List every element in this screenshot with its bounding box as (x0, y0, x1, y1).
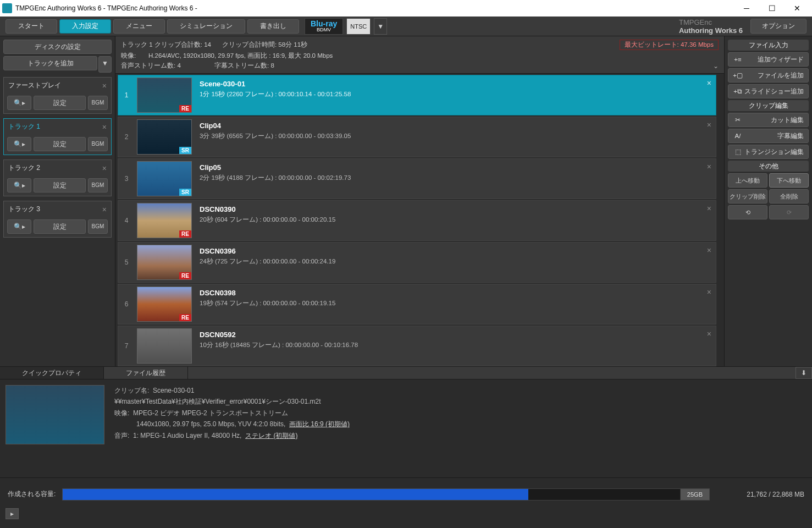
track-settings-button[interactable]: 設定 (34, 137, 86, 151)
track-settings-button[interactable]: 設定 (34, 219, 86, 234)
firstplay-label: ファーストプレイ (8, 81, 61, 90)
start-button[interactable]: スタート (5, 19, 57, 34)
input-settings-button[interactable]: 入力設定 (59, 19, 111, 34)
search-icon[interactable]: 🔍▸ (7, 137, 31, 151)
move-down-button[interactable]: 下へ移動 (769, 173, 809, 188)
add-track-button[interactable]: トラックを追加 (3, 56, 97, 70)
clip-name: DSCN0390 (200, 205, 710, 213)
add-wizard-button[interactable]: +≡追加ウィザード (728, 52, 809, 67)
subtitle-stream-count: 字幕ストリーム数: 8 (214, 62, 274, 70)
prop-clipname: Scene-030-01 (153, 387, 194, 394)
track-bgm-button[interactable]: BGM (88, 219, 108, 234)
format-badge[interactable]: Blu-ray BDMV (305, 18, 343, 35)
format-top: Blu-ray (311, 20, 337, 28)
clip-duration: 1分 15秒 (2260 フレーム) : 00:00:10.14 - 00:01… (200, 90, 710, 98)
file-plus-icon: +▢ (733, 72, 743, 79)
clip-thumbnail: SR (137, 161, 192, 196)
clip-name: Clip05 (200, 163, 710, 172)
clip-number: 2 (118, 117, 135, 157)
close-icon[interactable]: × (102, 205, 107, 214)
collapse-down-button[interactable]: ⬇ (796, 367, 812, 379)
track-box-3[interactable]: トラック 3× 🔍▸ 設定 BGM (3, 201, 112, 238)
close-button[interactable]: ✕ (785, 0, 810, 16)
clip-row[interactable]: 7 DSCN0592 10分 16秒 (18485 フレーム) : 00:00:… (118, 326, 716, 366)
clip-row[interactable]: 2 SR Clip04 3分 39秒 (6565 フレーム) : 00:00:0… (118, 117, 716, 157)
cut-edit-button[interactable]: ✂カット編集 (728, 113, 809, 127)
track-bgm-button[interactable]: BGM (88, 178, 108, 193)
subtitle-edit-button[interactable]: A/字幕編集 (728, 129, 809, 143)
redo-button[interactable]: ⟳ (769, 205, 809, 219)
clip-row[interactable]: 1 RE Scene-030-01 1分 15秒 (2260 フレーム) : 0… (118, 75, 716, 116)
clip-row[interactable]: 3 SR Clip05 2分 19秒 (4188 フレーム) : 00:00:0… (118, 158, 716, 199)
undo-button[interactable]: ⟲ (728, 205, 767, 219)
track-settings-button[interactable]: 設定 (34, 178, 86, 193)
firstplay-bgm-button[interactable]: BGM (88, 96, 108, 110)
window-title: TMPGEnc Authoring Works 6 - TMPGEnc Auth… (15, 4, 734, 12)
transition-edit-button[interactable]: ⬚トランジション編集 (728, 145, 809, 159)
prop-aspect-link[interactable]: 画面比 16:9 (初期値) (289, 420, 350, 428)
clip-duration: 2分 19秒 (4188 フレーム) : 00:00:00.00 - 00:02… (200, 174, 710, 182)
format-bot: BDMV (317, 28, 331, 32)
track-bgm-button[interactable]: BGM (88, 137, 108, 151)
track-label: トラック 2 (8, 163, 40, 173)
scissors-icon: ✂ (733, 116, 743, 124)
text-icon: A/ (733, 133, 743, 139)
clip-badge: RE (179, 314, 191, 321)
add-track-menu[interactable]: ▼ (98, 56, 112, 73)
close-icon[interactable]: × (707, 79, 711, 87)
track-box-1[interactable]: トラック 1× 🔍▸ 設定 BGM (3, 118, 112, 155)
chevron-down-icon[interactable]: ⌄ (713, 62, 719, 70)
clip-row[interactable]: 6 RE DSCN0398 19秒 (574 フレーム) : 00:00:00.… (118, 284, 716, 324)
export-button[interactable]: 書き出し (247, 19, 299, 34)
tab-quick-properties[interactable]: クイックプロパティ (0, 367, 104, 379)
simulation-button[interactable]: シミュレーション (167, 19, 245, 34)
search-icon[interactable]: 🔍▸ (7, 219, 31, 234)
prop-path: ¥¥master¥TestData¥社内検証¥Verifier_error¥00… (114, 396, 807, 407)
delete-clip-button[interactable]: クリップ削除 (728, 189, 767, 204)
close-icon[interactable]: × (707, 120, 711, 129)
play-button[interactable]: ▸ (5, 508, 19, 519)
close-icon[interactable]: × (102, 123, 107, 131)
close-icon[interactable]: × (102, 164, 107, 173)
track-total-time: クリップ合計時間: 58分 11秒 (222, 41, 307, 49)
minimize-button[interactable]: ─ (734, 0, 759, 16)
close-icon[interactable]: × (707, 246, 711, 255)
add-file-button[interactable]: +▢ファイルを追加 (728, 68, 809, 82)
search-icon[interactable]: 🔍▸ (7, 96, 31, 110)
tab-file-history[interactable]: ファイル履歴 (104, 367, 188, 379)
format-dropdown[interactable]: ▼ (374, 18, 387, 35)
search-icon[interactable]: 🔍▸ (7, 178, 31, 193)
close-icon[interactable]: × (707, 162, 711, 171)
clip-badge: RE (179, 105, 191, 112)
menu-button[interactable]: メニュー (113, 19, 165, 34)
clip-thumbnail: RE (137, 287, 192, 322)
clip-row[interactable]: 5 RE DSCN0396 24秒 (725 フレーム) : 00:00:00.… (118, 242, 716, 283)
clip-badge: RE (179, 272, 191, 279)
audio-stream-count: 音声ストリーム数: 4 (121, 62, 214, 70)
center-panel: トラック 1 クリップ合計数: 14 クリップ合計時間: 58分 11秒 最大ビ… (115, 36, 724, 366)
prop-audio-link[interactable]: ステレオ (初期値) (245, 432, 297, 439)
option-button[interactable]: オプション (750, 19, 807, 34)
maximize-button[interactable]: ☐ (759, 0, 785, 16)
clip-duration: 10分 16秒 (18485 フレーム) : 00:00:00.00 - 00:… (200, 341, 710, 349)
list-plus-icon: +≡ (733, 56, 743, 63)
firstplay-settings-button[interactable]: 設定 (34, 96, 86, 110)
disc-settings-button[interactable]: ディスクの設定 (3, 40, 112, 54)
clip-row[interactable]: 4 RE DSCN0390 20秒 (604 フレーム) : 00:00:00.… (118, 200, 716, 241)
redo-icon: ⟳ (787, 209, 792, 216)
track-clip-count: トラック 1 クリップ合計数: 14 (121, 41, 211, 49)
close-icon[interactable]: × (707, 204, 711, 213)
clip-name: DSCN0592 (200, 331, 710, 339)
clip-number: 5 (118, 243, 135, 282)
add-slideshow-button[interactable]: +⧉スライドショー追加 (728, 84, 809, 98)
close-icon[interactable]: × (707, 288, 711, 296)
close-icon[interactable]: × (102, 81, 107, 90)
move-up-button[interactable]: 上へ移動 (728, 173, 767, 188)
close-icon[interactable]: × (707, 329, 711, 338)
capacity-label: 作成される容量: (8, 490, 56, 499)
track-box-2[interactable]: トラック 2× 🔍▸ 設定 BGM (3, 160, 112, 196)
footer-bar: 作成される容量: 25GB 21,762 / 22,868 MB (0, 477, 812, 510)
clip-list[interactable]: 1 RE Scene-030-01 1分 15秒 (2260 フレーム) : 0… (115, 74, 724, 366)
delete-all-button[interactable]: 全削除 (769, 189, 809, 204)
max-bitrate-warning: 最大ビットレート: 47.36 Mbps (620, 40, 719, 50)
